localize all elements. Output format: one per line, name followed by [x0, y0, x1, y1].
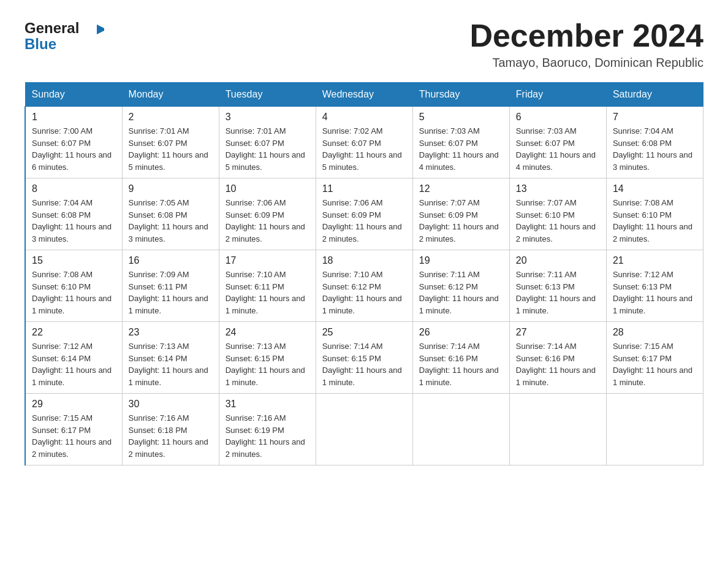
day-number: 31 — [226, 399, 309, 410]
calendar-header-row: Sunday Monday Tuesday Wednesday Thursday… — [25, 83, 703, 107]
day-info: Sunrise: 7:04 AMSunset: 6:08 PMDaylight:… — [32, 197, 116, 245]
table-row: 22 Sunrise: 7:12 AMSunset: 6:14 PMDaylig… — [25, 322, 122, 394]
page-header: General Blue December 2024 Tamayo, Baoru… — [25, 18, 703, 70]
table-row — [412, 394, 509, 465]
day-number: 8 — [32, 183, 116, 194]
day-number: 12 — [419, 183, 503, 194]
header-sunday: Sunday — [25, 83, 122, 107]
table-row: 9 Sunrise: 7:05 AMSunset: 6:08 PMDayligh… — [122, 178, 219, 250]
header-wednesday: Wednesday — [316, 83, 412, 107]
calendar-week-row: 15 Sunrise: 7:08 AMSunset: 6:10 PMDaylig… — [25, 250, 703, 322]
day-info: Sunrise: 7:08 AMSunset: 6:10 PMDaylight:… — [32, 269, 116, 316]
table-row: 30 Sunrise: 7:16 AMSunset: 6:18 PMDaylig… — [122, 394, 219, 465]
day-info: Sunrise: 7:13 AMSunset: 6:15 PMDaylight:… — [226, 340, 309, 388]
day-number: 11 — [322, 183, 406, 194]
svg-marker-1 — [97, 25, 104, 34]
day-info: Sunrise: 7:14 AMSunset: 6:15 PMDaylight:… — [322, 340, 406, 388]
day-number: 28 — [613, 327, 697, 338]
location: Tamayo, Baoruco, Dominican Republic — [469, 56, 703, 70]
table-row: 18 Sunrise: 7:10 AMSunset: 6:12 PMDaylig… — [316, 250, 412, 322]
day-number: 25 — [322, 327, 406, 338]
day-info: Sunrise: 7:03 AMSunset: 6:07 PMDaylight:… — [516, 125, 600, 173]
day-number: 6 — [516, 112, 600, 123]
month-year: December 2024 — [469, 18, 703, 53]
calendar-week-row: 1 Sunrise: 7:00 AMSunset: 6:07 PMDayligh… — [25, 107, 703, 178]
table-row: 20 Sunrise: 7:11 AMSunset: 6:13 PMDaylig… — [509, 250, 606, 322]
logo-svg: General Blue — [25, 18, 104, 52]
day-info: Sunrise: 7:16 AMSunset: 6:18 PMDaylight:… — [129, 412, 213, 460]
table-row: 3 Sunrise: 7:01 AMSunset: 6:07 PMDayligh… — [219, 107, 316, 178]
table-row: 8 Sunrise: 7:04 AMSunset: 6:08 PMDayligh… — [25, 178, 122, 250]
header-thursday: Thursday — [412, 83, 509, 107]
calendar-table: Sunday Monday Tuesday Wednesday Thursday… — [25, 82, 703, 465]
calendar-week-row: 29 Sunrise: 7:15 AMSunset: 6:17 PMDaylig… — [25, 394, 703, 465]
day-number: 21 — [613, 255, 697, 266]
day-number: 26 — [419, 327, 503, 338]
header-saturday: Saturday — [606, 83, 703, 107]
day-info: Sunrise: 7:12 AMSunset: 6:13 PMDaylight:… — [613, 269, 697, 316]
svg-text:Blue: Blue — [25, 36, 56, 52]
table-row: 16 Sunrise: 7:09 AMSunset: 6:11 PMDaylig… — [122, 250, 219, 322]
table-row: 11 Sunrise: 7:06 AMSunset: 6:09 PMDaylig… — [316, 178, 412, 250]
day-number: 9 — [129, 183, 213, 194]
svg-text:General: General — [25, 20, 79, 36]
table-row: 2 Sunrise: 7:01 AMSunset: 6:07 PMDayligh… — [122, 107, 219, 178]
day-info: Sunrise: 7:00 AMSunset: 6:07 PMDaylight:… — [32, 125, 116, 173]
day-info: Sunrise: 7:16 AMSunset: 6:19 PMDaylight:… — [226, 412, 309, 460]
day-info: Sunrise: 7:14 AMSunset: 6:16 PMDaylight:… — [419, 340, 503, 388]
day-info: Sunrise: 7:15 AMSunset: 6:17 PMDaylight:… — [32, 412, 116, 460]
table-row: 19 Sunrise: 7:11 AMSunset: 6:12 PMDaylig… — [412, 250, 509, 322]
day-info: Sunrise: 7:07 AMSunset: 6:10 PMDaylight:… — [516, 197, 600, 245]
table-row: 15 Sunrise: 7:08 AMSunset: 6:10 PMDaylig… — [25, 250, 122, 322]
calendar-week-row: 8 Sunrise: 7:04 AMSunset: 6:08 PMDayligh… — [25, 178, 703, 250]
day-number: 5 — [419, 112, 503, 123]
table-row: 6 Sunrise: 7:03 AMSunset: 6:07 PMDayligh… — [509, 107, 606, 178]
day-number: 24 — [226, 327, 309, 338]
day-info: Sunrise: 7:03 AMSunset: 6:07 PMDaylight:… — [419, 125, 503, 173]
table-row: 12 Sunrise: 7:07 AMSunset: 6:09 PMDaylig… — [412, 178, 509, 250]
day-info: Sunrise: 7:10 AMSunset: 6:12 PMDaylight:… — [322, 269, 406, 316]
logo: General Blue — [25, 18, 104, 52]
day-info: Sunrise: 7:11 AMSunset: 6:13 PMDaylight:… — [516, 269, 600, 316]
day-info: Sunrise: 7:11 AMSunset: 6:12 PMDaylight:… — [419, 269, 503, 316]
day-number: 16 — [129, 255, 213, 266]
day-info: Sunrise: 7:05 AMSunset: 6:08 PMDaylight:… — [129, 197, 213, 245]
day-number: 30 — [129, 399, 213, 410]
day-info: Sunrise: 7:13 AMSunset: 6:14 PMDaylight:… — [129, 340, 213, 388]
day-info: Sunrise: 7:06 AMSunset: 6:09 PMDaylight:… — [226, 197, 309, 245]
day-number: 3 — [226, 112, 309, 123]
header-tuesday: Tuesday — [219, 83, 316, 107]
day-number: 13 — [516, 183, 600, 194]
day-number: 19 — [419, 255, 503, 266]
table-row: 27 Sunrise: 7:14 AMSunset: 6:16 PMDaylig… — [509, 322, 606, 394]
day-info: Sunrise: 7:02 AMSunset: 6:07 PMDaylight:… — [322, 125, 406, 173]
table-row: 5 Sunrise: 7:03 AMSunset: 6:07 PMDayligh… — [412, 107, 509, 178]
day-info: Sunrise: 7:08 AMSunset: 6:10 PMDaylight:… — [613, 197, 697, 245]
calendar-week-row: 22 Sunrise: 7:12 AMSunset: 6:14 PMDaylig… — [25, 322, 703, 394]
table-row: 28 Sunrise: 7:15 AMSunset: 6:17 PMDaylig… — [606, 322, 703, 394]
table-row: 10 Sunrise: 7:06 AMSunset: 6:09 PMDaylig… — [219, 178, 316, 250]
day-info: Sunrise: 7:07 AMSunset: 6:09 PMDaylight:… — [419, 197, 503, 245]
table-row — [509, 394, 606, 465]
day-info: Sunrise: 7:01 AMSunset: 6:07 PMDaylight:… — [129, 125, 213, 173]
day-info: Sunrise: 7:06 AMSunset: 6:09 PMDaylight:… — [322, 197, 406, 245]
table-row — [606, 394, 703, 465]
table-row: 4 Sunrise: 7:02 AMSunset: 6:07 PMDayligh… — [316, 107, 412, 178]
day-info: Sunrise: 7:14 AMSunset: 6:16 PMDaylight:… — [516, 340, 600, 388]
day-info: Sunrise: 7:10 AMSunset: 6:11 PMDaylight:… — [226, 269, 309, 316]
day-info: Sunrise: 7:04 AMSunset: 6:08 PMDaylight:… — [613, 125, 697, 173]
day-number: 14 — [613, 183, 697, 194]
day-number: 15 — [32, 255, 116, 266]
table-row: 14 Sunrise: 7:08 AMSunset: 6:10 PMDaylig… — [606, 178, 703, 250]
table-row: 21 Sunrise: 7:12 AMSunset: 6:13 PMDaylig… — [606, 250, 703, 322]
day-number: 10 — [226, 183, 309, 194]
table-row: 1 Sunrise: 7:00 AMSunset: 6:07 PMDayligh… — [25, 107, 122, 178]
table-row: 26 Sunrise: 7:14 AMSunset: 6:16 PMDaylig… — [412, 322, 509, 394]
header-monday: Monday — [122, 83, 219, 107]
table-row: 24 Sunrise: 7:13 AMSunset: 6:15 PMDaylig… — [219, 322, 316, 394]
day-number: 2 — [129, 112, 213, 123]
day-number: 17 — [226, 255, 309, 266]
day-number: 23 — [129, 327, 213, 338]
day-number: 18 — [322, 255, 406, 266]
day-info: Sunrise: 7:12 AMSunset: 6:14 PMDaylight:… — [32, 340, 116, 388]
